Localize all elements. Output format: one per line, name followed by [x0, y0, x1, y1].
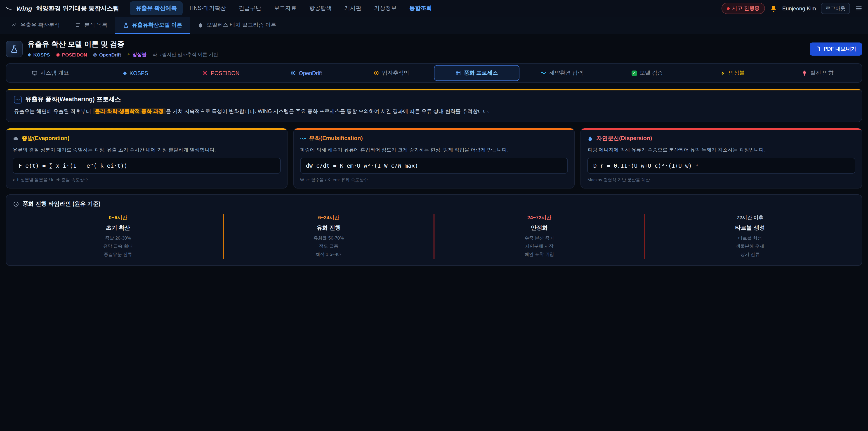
logo-text: Wing [16, 5, 32, 12]
wave-icon [300, 135, 306, 142]
main-content: 유출유 확산 모델 이론 및 검증 ◆KOSPS ◉POSEIDON ◎Open… [0, 34, 868, 266]
nav-item-emergency-rescue[interactable]: 긴급구난 [233, 1, 267, 16]
card-evaporation: 증발(Evaporation) 유류의 경질 성분이 대기로 증발하는 과정. … [6, 128, 287, 188]
timeline-phase-initial-spread: 0~6시간 초기 확산 증발 20-30% 유막 급속 확대 중질유분 잔류 [13, 214, 223, 259]
bullseye-icon: ◎ [93, 53, 97, 57]
phase-detail: 자연분해 시작 [438, 242, 641, 250]
droplet-icon [587, 135, 593, 142]
timeline-phase-stabilization: 24~72시간 안정화 수중 분산 증가 자연분해 시작 해안 표착 위험 [434, 214, 644, 259]
nav-item-board[interactable]: 게시판 [339, 1, 367, 16]
timeline-phase-tarball: 72시간 이후 타르볼 생성 타르볼 형성 생물분해 우세 장기 잔류 [645, 214, 855, 259]
notification-bell-icon[interactable] [770, 5, 777, 12]
bolt-icon [720, 70, 726, 76]
weathering-inner: 유출유 풍화(Weathering) 프로세스 유출유는 해면에 유출된 직후부… [6, 90, 862, 122]
check-icon: ✓ [631, 70, 637, 76]
incident-status-badge[interactable]: 사고 진행중 [721, 3, 765, 14]
card-description: 파랑에 의해 해수가 유류에 혼입되어 점도가 크게 증가하는 현상. 방제 작… [300, 146, 568, 154]
phase-time: 24~72시간 [438, 214, 641, 221]
card-title-dispersion: 자연분산(Dispersion) [587, 135, 855, 143]
evaporation-formula: F_e(t) = ∑ x_i·(1 - e^(-k_ei·t)) [13, 158, 281, 174]
process-cards-row: 증발(Evaporation) 유류의 경질 성분이 대기로 증발하는 과정. … [6, 128, 862, 188]
brand-title: 해양환경 위기대응 통합시스템 [36, 4, 119, 12]
page-header: 유출유 확산 모델 이론 및 검증 ◆KOSPS ◉POSEIDON ◎Open… [6, 40, 862, 58]
timeline-title: 풍화 진행 타임라인 (원유 기준) [13, 200, 855, 208]
phase-detail: 장기 잔류 [649, 250, 851, 258]
phase-time: 0~6시간 [17, 214, 219, 221]
phase-detail: 타르볼 형성 [649, 234, 851, 242]
pdf-export-button[interactable]: PDF 내보내기 [810, 42, 862, 55]
wave-tile-icon [14, 96, 22, 103]
flask-icon [123, 22, 129, 28]
phase-name: 유화 진행 [227, 224, 430, 232]
phase-name: 안정화 [438, 224, 641, 232]
weathering-timeline-panel: 풍화 진행 타임라인 (원유 기준) 0~6시간 초기 확산 증발 20-30%… [6, 194, 862, 266]
subtab-label: 분석 목록 [84, 21, 107, 29]
card-title-emulsification: 유화(Emulsification) [300, 135, 568, 143]
top-nav: Wing 해양환경 위기대응 통합시스템 유출유 확산예측 HNS·대기확산 긴… [0, 0, 868, 17]
sub-nav: 유출유 확산분석 분석 목록 유출유확산모델 이론 오일펜스 배치 알고리즘 이… [0, 17, 868, 34]
top-nav-right: 사고 진행중 Eunjeong Kim 로그아웃 [721, 3, 863, 14]
tab-opendrift[interactable]: OpenDrift [264, 65, 349, 81]
tab-poseidon[interactable]: POSEIDON [178, 65, 264, 81]
phase-detail: 해안 표착 위험 [438, 250, 641, 258]
tab-ensemble[interactable]: 앙상블 [690, 65, 775, 81]
nav-item-hns-atmospheric[interactable]: HNS·대기확산 [184, 1, 232, 16]
tab-ocean-environment-input[interactable]: 해양환경 입력 [519, 65, 604, 81]
nav-item-weather-info[interactable]: 기상정보 [368, 1, 403, 16]
subtab-oil-fence-algorithm[interactable]: 오일펜스 배치 알고리즘 이론 [190, 17, 284, 34]
nav-item-aerial-search[interactable]: 항공탐색 [303, 1, 338, 16]
compass-icon [373, 70, 379, 76]
subtab-analysis-list[interactable]: 분석 목록 [68, 17, 115, 34]
logout-button[interactable]: 로그아웃 [821, 3, 850, 14]
phase-detail: 점도 급증 [227, 242, 430, 250]
phase-detail: 체적 1.5~4배 [227, 250, 430, 258]
wave-icon [540, 70, 546, 76]
phase-detail: 유화율 50-70% [227, 234, 430, 242]
tab-weathering-process[interactable]: 풍화 프로세스 [434, 65, 519, 81]
formula-note: Mackay 경험식 기반 분산율 계산 [587, 177, 855, 183]
phase-detail: 증발 20-30% [17, 234, 219, 242]
flask-icon [10, 44, 19, 53]
subtab-spill-analysis[interactable]: 유출유 확산분석 [4, 17, 68, 34]
model-badge-row: ◆KOSPS ◉POSEIDON ◎OpenDrift ⚡앙상블 라그랑지안 입… [28, 52, 218, 58]
phase-detail: 수중 분산 증가 [438, 234, 641, 242]
diamond-icon: ◆ [123, 70, 127, 75]
document-icon [815, 46, 821, 52]
subtab-label: 오일펜스 배치 알고리즘 이론 [207, 21, 276, 29]
clock-icon [13, 201, 19, 207]
tab-model-validation[interactable]: ✓ 모델 검증 [604, 65, 690, 81]
target-icon: ◉ [56, 53, 60, 57]
subtab-label: 유출유 확산분석 [20, 21, 60, 29]
brand-home-link[interactable]: Wing 해양환경 위기대응 통합시스템 [5, 4, 119, 12]
bolt-icon: ⚡ [127, 53, 130, 57]
tab-future-direction[interactable]: 발전 방향 [775, 65, 860, 81]
wing-logo-icon [5, 4, 13, 12]
diamond-icon: ◆ [28, 53, 31, 57]
tab-kosps[interactable]: ◆ KOSPS [93, 65, 178, 81]
phase-detail: 생물분해 우세 [649, 242, 851, 250]
nav-item-integrated-search[interactable]: 통합조회 [403, 1, 438, 16]
emulsification-formula: dW_c/dt = K_em·U_w²·(1-W_c/W_max) [300, 158, 568, 174]
tab-system-overview[interactable]: 시스템 개요 [8, 65, 93, 81]
incident-status-label: 사고 진행중 [732, 5, 760, 12]
badge-ensemble: ⚡앙상블 [127, 52, 147, 58]
target-icon [202, 70, 208, 76]
phase-name: 타르볼 생성 [649, 224, 851, 232]
weathering-description: 유출유는 해면에 유출된 직후부터 물리·화학·생물학적 풍화 과정을 거쳐 지… [14, 107, 854, 116]
card-description: 유류의 경질 성분이 대기로 증발하는 과정. 유출 초기 수시간 내에 가장 … [13, 146, 281, 154]
nav-item-reports[interactable]: 보고자료 [268, 1, 303, 16]
page-title: 유출유 확산 모델 이론 및 검증 [28, 40, 218, 49]
user-name: Eunjeong Kim [782, 5, 816, 11]
list-icon [75, 22, 81, 28]
hamburger-menu-icon[interactable] [855, 4, 863, 12]
badge-kosps: ◆KOSPS [28, 52, 50, 57]
card-dispersion: 자연분산(Dispersion) 파랑 에너지에 의해 유류가 수중으로 분산되… [581, 128, 862, 188]
phase-detail: 중질유분 잔류 [17, 250, 219, 258]
chart-icon [11, 22, 17, 28]
nav-item-oil-spill-prediction[interactable]: 유출유 확산예측 [130, 1, 183, 16]
subtab-model-theory[interactable]: 유출유확산모델 이론 [115, 17, 190, 34]
app-root: Wing 해양환경 위기대응 통합시스템 유출유 확산예측 HNS·대기확산 긴… [0, 0, 868, 431]
tab-particle-tracking[interactable]: 입자추적법 [349, 65, 434, 81]
page-header-text: 유출유 확산 모델 이론 및 검증 ◆KOSPS ◉POSEIDON ◎Open… [28, 40, 218, 58]
header-subtitle: 라그랑지안 입자추적 이론 기반 [153, 52, 218, 58]
